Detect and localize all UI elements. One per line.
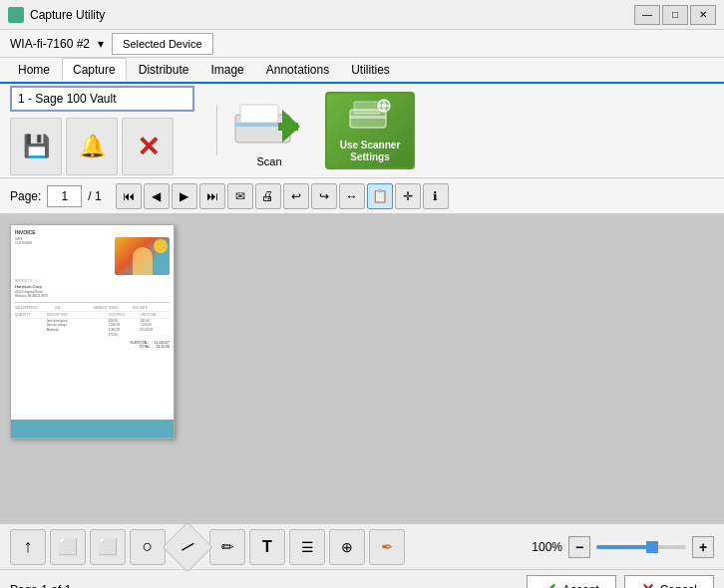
zoom-level: 100% [527, 540, 562, 554]
svg-point-9 [382, 104, 387, 109]
zoom-plus-button[interactable]: + [692, 536, 714, 558]
invoice-content: INVOICE DATECUSTOMER INVOICE TO [11, 225, 174, 438]
nav-fit-button[interactable]: ↔ [339, 183, 365, 209]
tool-line[interactable]: / [163, 521, 213, 572]
zoom-bar: 100% − + [527, 536, 714, 558]
tool-highlight[interactable]: ✒ [369, 529, 405, 565]
app-icon [8, 7, 24, 23]
cancel-icon: ✕ [641, 580, 654, 588]
menu-item-annotations[interactable]: Annotations [256, 58, 339, 82]
nav-last-button[interactable]: ⏭ [199, 183, 225, 209]
nav-expand-button[interactable]: ✛ [395, 183, 421, 209]
menu-item-distribute[interactable]: Distribute [129, 58, 199, 82]
tool-text[interactable]: T [249, 529, 285, 565]
menu-bar: Home Capture Distribute Image Annotation… [0, 58, 724, 84]
close-button[interactable]: ✕ [690, 5, 716, 25]
nav-print-button[interactable]: 🖨 [255, 183, 281, 209]
toolbar: 💾 🔔 ✕ Scan [0, 84, 724, 178]
zoom-slider[interactable] [596, 540, 686, 554]
nav-first-button[interactable]: ⏮ [116, 183, 142, 209]
bottom-toolbar: ↑ ⬜ ⬜ ○ / ✏ T ☰ ⊕ ✒ 100% − + [0, 523, 724, 569]
use-scanner-label: Use ScannerSettings [340, 140, 401, 163]
delete-button[interactable]: ✕ [122, 118, 174, 175]
dropdown-icon[interactable]: ▾ [98, 37, 104, 51]
separator-1 [216, 106, 217, 155]
nav-bar: Page: / 1 ⏮ ◀ ▶ ⏭ ✉ 🖨 ↩ ↪ ↔ 📋 ✛ ℹ [0, 178, 724, 214]
doc-name-input[interactable] [10, 86, 194, 112]
nav-buttons: ⏮ ◀ ▶ ⏭ ✉ 🖨 ↩ ↪ ↔ 📋 ✛ ℹ [116, 183, 449, 209]
svg-rect-3 [278, 123, 298, 131]
tool-stamp[interactable]: ⊕ [329, 529, 365, 565]
app-title: Capture Utility [30, 8, 105, 22]
nav-next-button[interactable]: ▶ [172, 183, 197, 209]
accept-button[interactable]: ✔ Accept [527, 575, 616, 589]
scan-icon [230, 95, 308, 152]
svg-rect-4 [240, 105, 278, 123]
page-total: / 1 [88, 189, 101, 203]
tool-ellipse[interactable]: ○ [130, 529, 166, 565]
check-icon: ✔ [543, 580, 556, 588]
scan-label: Scan [256, 155, 281, 167]
status-buttons: ✔ Accept ✕ Cancel [527, 575, 714, 589]
accept-label: Accept [562, 583, 599, 589]
menu-item-capture[interactable]: Capture [62, 58, 127, 82]
nav-view-button[interactable]: 📋 [367, 183, 393, 209]
zoom-minus-button[interactable]: − [568, 536, 590, 558]
nav-redo-button[interactable]: ↪ [311, 183, 337, 209]
page-input[interactable] [47, 185, 82, 207]
doc-name-area: 💾 🔔 ✕ [10, 86, 204, 175]
svg-rect-6 [350, 116, 386, 119]
cancel-button[interactable]: ✕ Cancel [624, 575, 714, 589]
menu-item-utilities[interactable]: Utilities [341, 58, 400, 82]
device-name: WIA-fi-7160 #2 [10, 37, 90, 51]
nav-email-button[interactable]: ✉ [227, 183, 253, 209]
tool-pen[interactable]: ✏ [209, 529, 245, 565]
tool-arrow[interactable]: ↑ [10, 529, 46, 565]
menu-item-image[interactable]: Image [200, 58, 253, 82]
tool-lines[interactable]: ☰ [289, 529, 325, 565]
page-label: Page: [10, 189, 41, 203]
status-text: Page 1 of 1 [10, 583, 71, 589]
nav-undo-button[interactable]: ↩ [283, 183, 309, 209]
main-area: INVOICE DATECUSTOMER INVOICE TO [0, 214, 724, 523]
device-bar: WIA-fi-7160 #2 ▾ Selected Device [0, 30, 724, 58]
title-bar: Capture Utility — □ ✕ [0, 0, 724, 30]
maximize-button[interactable]: □ [662, 5, 688, 25]
scanner-settings-icon [348, 98, 392, 136]
scan-area: Scan [229, 94, 309, 167]
cancel-label: Cancel [660, 583, 697, 589]
selected-device-button[interactable]: Selected Device [112, 33, 213, 55]
window-controls: — □ ✕ [634, 5, 716, 25]
menu-item-home[interactable]: Home [8, 58, 60, 82]
bell-icon: 🔔 [79, 134, 106, 159]
alert-button[interactable]: 🔔 [66, 118, 118, 175]
tool-rect[interactable]: ⬜ [50, 529, 86, 565]
nav-info-button[interactable]: ℹ [423, 183, 449, 209]
nav-prev-button[interactable]: ◀ [144, 183, 170, 209]
save-button[interactable]: 💾 [10, 118, 62, 175]
minimize-button[interactable]: — [634, 5, 660, 25]
use-scanner-button[interactable]: Use ScannerSettings [325, 92, 415, 169]
delete-icon: ✕ [137, 131, 160, 163]
tool-rect2[interactable]: ⬜ [90, 529, 126, 565]
save-icon: 💾 [23, 134, 50, 159]
document-preview[interactable]: INVOICE DATECUSTOMER INVOICE TO [10, 224, 175, 439]
svg-rect-7 [354, 102, 380, 114]
status-bar: Page 1 of 1 ✔ Accept ✕ Cancel [0, 569, 724, 588]
